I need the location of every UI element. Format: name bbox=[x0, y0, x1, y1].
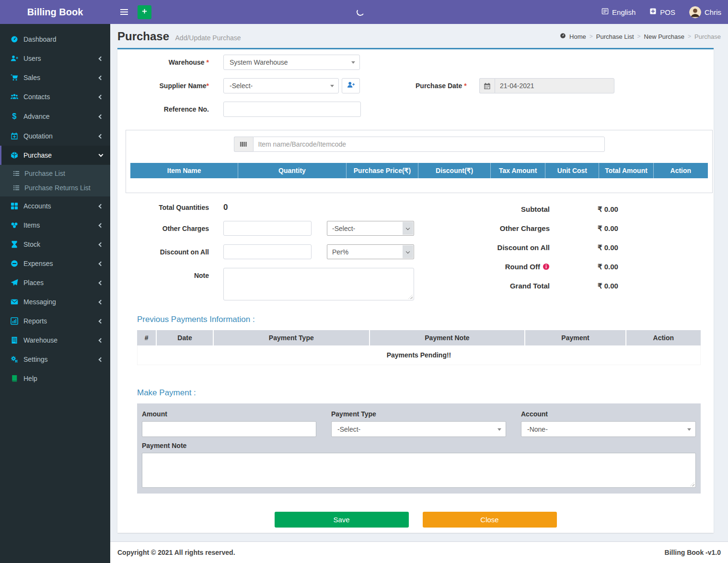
breadcrumb-separator: > bbox=[589, 33, 593, 40]
reference-label: Reference No. bbox=[117, 105, 209, 113]
grid-icon bbox=[10, 202, 19, 210]
column-header-quantity: Quantity bbox=[238, 163, 346, 178]
building-icon bbox=[10, 336, 19, 344]
chevron-left-icon bbox=[99, 204, 104, 208]
discount-type-select[interactable]: Per% bbox=[327, 244, 414, 259]
language-menu[interactable]: English bbox=[601, 8, 636, 16]
save-button[interactable]: Save bbox=[275, 512, 409, 528]
grand-total-row: Grand Total ₹ 0.00 bbox=[468, 281, 650, 290]
discount-on-all-input[interactable] bbox=[223, 244, 312, 259]
totals-section: Total Quantities 0 Other Charges -Select… bbox=[117, 203, 714, 300]
sidebar-item-advance[interactable]: $ Advance bbox=[0, 106, 110, 126]
sidebar-item-warehouse[interactable]: Warehouse bbox=[0, 331, 110, 350]
breadcrumb-home[interactable]: Home bbox=[569, 33, 586, 40]
column-header-discount: Discount(₹) bbox=[418, 163, 491, 178]
page-subtitle: Add/Update Purchase bbox=[175, 34, 241, 42]
sidebar-item-dashboard[interactable]: Dashboard bbox=[0, 30, 110, 49]
item-search-group bbox=[234, 137, 605, 152]
top-navbar: Billing Book English POS Chris bbox=[0, 0, 728, 24]
payment-type-select[interactable]: -Select- bbox=[331, 421, 506, 437]
supplier-label: Supplier Name* bbox=[117, 82, 209, 90]
book-icon bbox=[10, 375, 19, 382]
subtotal-row: Subtotal ₹ 0.00 bbox=[468, 205, 650, 214]
required-asterisk: * bbox=[207, 58, 209, 66]
payment-note-textarea[interactable] bbox=[142, 453, 696, 488]
column-header-date: Date bbox=[157, 330, 214, 345]
close-button[interactable]: Close bbox=[423, 512, 557, 528]
warehouse-row: Warehouse * System Warehouse bbox=[117, 55, 714, 70]
page-title: Purchase bbox=[117, 30, 169, 43]
sidebar-item-help[interactable]: Help bbox=[0, 369, 110, 388]
column-header-total-amount: Total Amount bbox=[599, 163, 653, 178]
sidebar-item-expenses[interactable]: Expenses bbox=[0, 254, 110, 273]
required-asterisk: * bbox=[464, 82, 466, 90]
user-menu[interactable]: Chris bbox=[689, 6, 721, 18]
reference-input[interactable] bbox=[223, 102, 361, 117]
chevron-left-icon bbox=[99, 114, 104, 119]
user-plus-icon bbox=[347, 81, 355, 91]
sidebar-item-reports[interactable]: Reports bbox=[0, 311, 110, 331]
account-select[interactable]: -None- bbox=[521, 421, 696, 437]
sidebar-item-contacts[interactable]: Contacts bbox=[0, 87, 110, 106]
sidebar-item-places[interactable]: Places bbox=[0, 273, 110, 292]
previous-payments-section: Previous Payments Information : # Date P… bbox=[137, 315, 701, 365]
sidebar-item-sales[interactable]: Sales bbox=[0, 68, 110, 87]
make-payment-heading: Make Payment : bbox=[137, 388, 701, 398]
purchase-date-input[interactable] bbox=[495, 78, 614, 93]
breadcrumb-new-purchase[interactable]: New Purchase bbox=[644, 33, 685, 40]
sidebar-item-purchase-returns-list[interactable]: Purchase Returns List bbox=[0, 181, 110, 195]
discount-total-value: ₹ 0.00 bbox=[598, 243, 650, 252]
sidebar-item-users[interactable]: Users bbox=[0, 49, 110, 68]
sidebar-item-purchase-list[interactable]: Purchase List bbox=[0, 166, 110, 181]
purchase-date-label: Purchase Date * bbox=[416, 82, 467, 90]
chevron-left-icon bbox=[99, 280, 104, 285]
payments-table-header: # Date Payment Type Payment Note Payment… bbox=[137, 330, 701, 345]
item-search-input[interactable] bbox=[253, 137, 605, 152]
language-icon bbox=[601, 8, 609, 16]
column-header-tax-amount: Tax Amount bbox=[491, 163, 545, 178]
warehouse-select[interactable]: System Warehouse bbox=[223, 55, 360, 70]
supplier-select[interactable]: -Select- bbox=[223, 78, 339, 93]
sidebar-item-accounts[interactable]: Accounts bbox=[0, 196, 110, 216]
other-charges-input[interactable] bbox=[223, 221, 312, 236]
app-logo[interactable]: Billing Book bbox=[0, 0, 110, 24]
calendar-icon[interactable] bbox=[479, 78, 495, 93]
breadcrumb-current: Purchase bbox=[694, 33, 721, 40]
app-window: Billing Book English POS Chris bbox=[0, 0, 728, 563]
payments-empty-row: Payments Pending!! bbox=[137, 345, 701, 365]
amount-input[interactable] bbox=[142, 421, 316, 437]
sidebar-item-messaging[interactable]: Messaging bbox=[0, 292, 110, 311]
make-payment-section: Make Payment : Amount Payment Type -Sele… bbox=[137, 388, 701, 494]
account-label: Account bbox=[521, 410, 696, 418]
plus-square-icon bbox=[649, 8, 657, 16]
chevron-left-icon bbox=[99, 261, 104, 266]
other-charges-total-row: Other Charges ₹ 0.00 bbox=[468, 224, 650, 233]
column-header-payment-note: Payment Note bbox=[370, 330, 526, 345]
quick-add-button[interactable] bbox=[138, 5, 151, 19]
note-label: Note bbox=[117, 268, 209, 279]
sidebar-item-stock[interactable]: Stock bbox=[0, 235, 110, 254]
note-textarea[interactable] bbox=[223, 268, 414, 300]
copyright-text: Copyright © 2021 All rights reserved. bbox=[117, 549, 235, 556]
sidebar-toggle-icon[interactable] bbox=[117, 5, 131, 19]
sidebar-item-settings[interactable]: Settings bbox=[0, 350, 110, 369]
sidebar-item-items[interactable]: Items bbox=[0, 216, 110, 235]
home-icon bbox=[560, 33, 566, 40]
sidebar-item-quotation[interactable]: Quotation bbox=[0, 126, 110, 146]
warehouse-label: Warehouse * bbox=[117, 58, 209, 66]
pos-menu[interactable]: POS bbox=[649, 8, 675, 16]
other-charges-label: Other Charges bbox=[117, 225, 209, 232]
other-charges-select[interactable]: -Select- bbox=[327, 221, 414, 236]
user-avatar bbox=[689, 6, 701, 18]
content-header: Purchase Add/Update Purchase Home > Purc… bbox=[110, 24, 728, 48]
chevron-left-icon bbox=[99, 223, 104, 228]
sidebar: Dashboard Users Sales Contacts $ Advance bbox=[0, 24, 110, 563]
supplier-row: Supplier Name* -Select- Purchase Date * bbox=[117, 78, 714, 93]
totals-summary: Subtotal ₹ 0.00 Other Charges ₹ 0.00 Dis… bbox=[468, 205, 650, 300]
sidebar-item-purchase[interactable]: Purchase bbox=[0, 146, 110, 165]
form-actions: Save Close bbox=[117, 512, 714, 528]
info-icon[interactable] bbox=[543, 263, 550, 270]
breadcrumb-purchase-list[interactable]: Purchase List bbox=[596, 33, 634, 40]
add-supplier-button[interactable] bbox=[342, 78, 360, 93]
chevron-left-icon bbox=[99, 134, 104, 138]
